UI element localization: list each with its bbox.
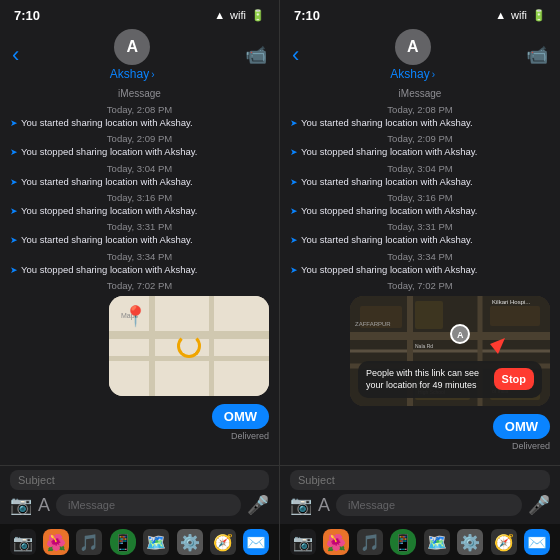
camera-button-right[interactable]: 📷 bbox=[290, 494, 312, 516]
msg-text-1: You started sharing location with Akshay… bbox=[21, 117, 193, 129]
audio-button-right[interactable]: 🎤 bbox=[528, 494, 550, 516]
nav-bar-left: ‹ A Akshay › 📹 bbox=[0, 28, 279, 84]
r-loc-icon-4: ➤ bbox=[290, 206, 298, 216]
r-dock-music[interactable]: 🎵 bbox=[357, 529, 383, 555]
app-button-right[interactable]: A bbox=[318, 495, 330, 516]
r-dock-photos[interactable]: 🌺 bbox=[323, 529, 349, 555]
dock-phone[interactable]: 📱 bbox=[110, 529, 136, 555]
msg-text-3: You started sharing location with Akshay… bbox=[21, 176, 193, 188]
status-time-right: 7:10 bbox=[294, 8, 320, 23]
timestamp-3: Today, 3:04 PM bbox=[10, 163, 269, 174]
msg-2: ➤ You stopped sharing location with Aksh… bbox=[10, 146, 269, 158]
omw-bubble-left[interactable]: OMW bbox=[212, 404, 269, 429]
r-timestamp-2: Today, 2:09 PM bbox=[290, 133, 550, 144]
svg-rect-14 bbox=[490, 306, 540, 326]
battery-icon-right: 🔋 bbox=[532, 9, 546, 22]
signal-icon: ▲ bbox=[214, 9, 225, 21]
avatar-left: A bbox=[114, 29, 150, 65]
timestamp-1: Today, 2:08 PM bbox=[10, 104, 269, 115]
msg-text-6: You stopped sharing location with Akshay… bbox=[21, 264, 197, 276]
r-msg-3: ➤ You started sharing location with Aksh… bbox=[290, 176, 550, 188]
dock-music[interactable]: 🎵 bbox=[76, 529, 102, 555]
dock-safari[interactable]: 🧭 bbox=[210, 529, 236, 555]
input-row-right: 📷 A iMessage 🎤 bbox=[290, 494, 550, 516]
omw-bubble-right[interactable]: OMW bbox=[493, 414, 550, 439]
dock-mail[interactable]: ✉️ bbox=[243, 529, 269, 555]
stop-button[interactable]: Stop bbox=[494, 368, 534, 390]
r-msg-5: ➤ You started sharing location with Aksh… bbox=[290, 234, 550, 246]
input-area-right: 📷 A iMessage 🎤 bbox=[280, 465, 560, 524]
contact-name-left[interactable]: Akshay › bbox=[110, 67, 155, 81]
timestamp-5: Today, 3:31 PM bbox=[10, 221, 269, 232]
subject-field-right[interactable] bbox=[290, 470, 550, 490]
r-loc-icon-2: ➤ bbox=[290, 147, 298, 157]
status-bar-right: 7:10 ▲ wifi 🔋 bbox=[280, 0, 560, 28]
r-loc-icon-5: ➤ bbox=[290, 235, 298, 245]
battery-icon: 🔋 bbox=[251, 9, 265, 22]
r-msg-2: ➤ You stopped sharing location with Aksh… bbox=[290, 146, 550, 158]
dock-maps[interactable]: 🗺️ bbox=[143, 529, 169, 555]
status-time-left: 7:10 bbox=[14, 8, 40, 23]
r-msg-1: ➤ You started sharing location with Aksh… bbox=[290, 117, 550, 129]
nav-center-left: A Akshay › bbox=[110, 29, 155, 81]
camera-button-left[interactable]: 📷 bbox=[10, 494, 32, 516]
r-dock-mail[interactable]: ✉️ bbox=[524, 529, 550, 555]
svg-text:Nala Rd: Nala Rd bbox=[415, 343, 433, 349]
dock-settings[interactable]: ⚙️ bbox=[177, 529, 203, 555]
video-call-button-right[interactable]: 📹 bbox=[526, 44, 548, 66]
contact-name-right[interactable]: Akshay › bbox=[390, 67, 435, 81]
r-loc-icon-6: ➤ bbox=[290, 265, 298, 275]
r-dock-settings[interactable]: ⚙️ bbox=[457, 529, 483, 555]
subject-field-left[interactable] bbox=[10, 470, 269, 490]
r-dock-maps[interactable]: 🗺️ bbox=[424, 529, 450, 555]
msg-5: ➤ You started sharing location with Aksh… bbox=[10, 234, 269, 246]
map-bubble-right[interactable]: ZAFFARPUR Nala Rd Radha Devi Girls High … bbox=[350, 296, 550, 406]
r-loc-icon-1: ➤ bbox=[290, 118, 298, 128]
location-icon-2: ➤ bbox=[10, 147, 18, 157]
msg-text-4: You stopped sharing location with Akshay… bbox=[21, 205, 197, 217]
map-pin-icon: 📍 bbox=[123, 304, 148, 328]
r-timestamp-4: Today, 3:16 PM bbox=[290, 192, 550, 203]
imessage-placeholder-left: iMessage bbox=[68, 499, 115, 511]
wifi-icon: wifi bbox=[230, 9, 246, 21]
left-phone-panel: 7:10 ▲ wifi 🔋 ‹ A Akshay › 📹 iMessage To… bbox=[0, 0, 280, 560]
audio-button-left[interactable]: 🎤 bbox=[247, 494, 269, 516]
location-icon-6: ➤ bbox=[10, 265, 18, 275]
dock-left: 📷 🌺 🎵 📱 🗺️ ⚙️ 🧭 ✉️ bbox=[0, 524, 279, 560]
msg-4: ➤ You stopped sharing location with Aksh… bbox=[10, 205, 269, 217]
location-icon-4: ➤ bbox=[10, 206, 18, 216]
app-button-left[interactable]: A bbox=[38, 495, 50, 516]
dock-camera[interactable]: 📷 bbox=[10, 529, 36, 555]
imessage-input-left[interactable]: iMessage bbox=[56, 494, 241, 516]
r-timestamp-5: Today, 3:31 PM bbox=[290, 221, 550, 232]
r-dock-safari[interactable]: 🧭 bbox=[491, 529, 517, 555]
location-popup-text: People with this link can see your locat… bbox=[366, 367, 488, 392]
r-msg-6: ➤ You stopped sharing location with Aksh… bbox=[290, 264, 550, 276]
svg-rect-12 bbox=[415, 301, 443, 329]
msg-6: ➤ You stopped sharing location with Aksh… bbox=[10, 264, 269, 276]
imessage-input-right[interactable]: iMessage bbox=[336, 494, 522, 516]
omw-section-right: OMW Delivered bbox=[290, 410, 550, 451]
r-timestamp-6: Today, 3:34 PM bbox=[290, 251, 550, 262]
wifi-icon-right: wifi bbox=[511, 9, 527, 21]
msg-text-5: You started sharing location with Akshay… bbox=[21, 234, 193, 246]
r-timestamp-7: Today, 7:02 PM bbox=[290, 280, 550, 291]
dock-photos[interactable]: 🌺 bbox=[43, 529, 69, 555]
status-icons-right: ▲ wifi 🔋 bbox=[495, 9, 546, 22]
svg-rect-3 bbox=[149, 296, 155, 396]
svg-text:Kilkari Hospi...: Kilkari Hospi... bbox=[492, 299, 531, 305]
timestamp-6: Today, 3:34 PM bbox=[10, 251, 269, 262]
r-dock-camera[interactable]: 📷 bbox=[290, 529, 316, 555]
back-button-right[interactable]: ‹ bbox=[292, 42, 299, 68]
imessage-placeholder-right: iMessage bbox=[348, 499, 395, 511]
timestamp-2: Today, 2:09 PM bbox=[10, 133, 269, 144]
loading-spinner bbox=[177, 334, 201, 358]
back-button-left[interactable]: ‹ bbox=[12, 42, 19, 68]
location-icon-3: ➤ bbox=[10, 177, 18, 187]
video-call-button-left[interactable]: 📹 bbox=[245, 44, 267, 66]
r-dock-phone[interactable]: 📱 bbox=[390, 529, 416, 555]
map-bubble-left[interactable]: Maps 📍 bbox=[109, 296, 269, 396]
r-msg-4: ➤ You stopped sharing location with Aksh… bbox=[290, 205, 550, 217]
status-icons-left: ▲ wifi 🔋 bbox=[214, 9, 265, 22]
msg-3: ➤ You started sharing location with Aksh… bbox=[10, 176, 269, 188]
